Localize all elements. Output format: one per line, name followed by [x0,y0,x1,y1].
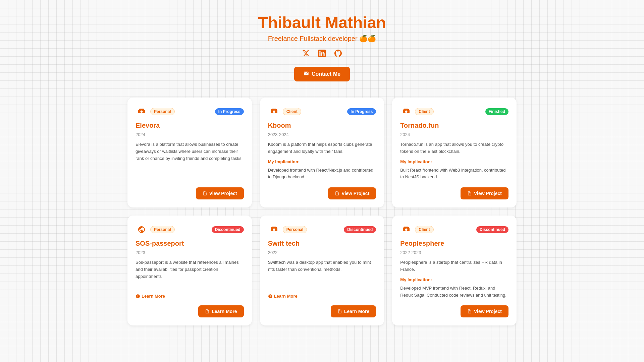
card-title: Peoplesphere [400,240,508,247]
card-action-button[interactable]: Learn More [331,305,376,317]
card-button-label: Learn More [212,309,237,314]
page-title: Thibault Mathian [127,13,517,32]
contact-button[interactable]: Contact Me [294,67,350,81]
implication-label: My Implication: [400,159,508,164]
card-button-label: Learn More [344,309,369,314]
card-title: Kboom [268,122,376,129]
card-description: Tornado.fun is an app that allows you to… [400,141,508,155]
card-footer: View Project [400,187,508,199]
card-kboom: Client In Progress Kboom 2023-2024 Kboom… [260,98,384,207]
card-description: Kboom is a platform that helps esports c… [268,141,376,155]
card-package-icon [136,224,148,236]
card-elevora: Personal In Progress Elevora 2024 Elevor… [127,98,252,207]
card-tag: Client [283,108,301,115]
implication-label: My Implication: [268,159,376,164]
card-header: Client Finished [400,106,508,118]
card-description: Elevora is a platform that allows busine… [136,141,244,181]
card-tag: Personal [283,226,307,233]
contact-button-label: Contact Me [312,71,340,77]
card-tag: Client [415,108,433,115]
card-header: Client Discontinued [400,224,508,236]
card-description: Peoplesphere is a startup that centraliz… [400,259,508,273]
card-package-icon [400,224,412,236]
card-tornado: Client Finished Tornado.fun 2024 Tornado… [392,98,517,207]
linkedin-link[interactable] [317,48,327,59]
card-year: 2024 [400,132,508,137]
implication-text: Built React frontend with Web3 integrati… [400,167,508,181]
card-header: Personal In Progress [136,106,244,118]
card-year: 2022-2023 [400,250,508,255]
card-header: Personal Discontinued [268,224,376,236]
header: Thibault Mathian Freelance Fullstack dev… [127,13,517,81]
card-status: Discontinued [476,226,508,233]
card-footer: View Project [400,305,508,317]
card-tag: Personal [150,108,175,115]
card-swift-tech: Personal Discontinued Swift tech 2022 Sw… [260,216,384,325]
card-tag: Client [415,226,433,233]
card-package-icon [400,106,412,118]
mail-icon [304,71,309,77]
card-footer: Learn More [268,305,376,317]
card-header: Client In Progress [268,106,376,118]
card-status: In Progress [347,108,376,115]
card-year: 2024 [136,132,244,137]
card-title: SOS-passeport [136,240,244,247]
card-button-label: View Project [209,191,237,196]
card-button-label: View Project [474,309,502,314]
card-action-button[interactable]: Learn More [198,305,244,317]
social-links [127,48,517,59]
card-year: 2023 [136,250,244,255]
github-link[interactable] [333,48,343,59]
card-package-icon [268,224,280,236]
card-footer: Learn More [136,305,244,317]
card-footer: View Project [268,187,376,199]
learn-more-inline-link[interactable]: Learn More [136,294,244,299]
card-button-label: View Project [474,191,502,196]
card-action-button[interactable]: View Project [328,187,376,199]
learn-more-inline-link[interactable]: Learn More [268,294,376,299]
page-wrapper: Thibault Mathian Freelance Fullstack dev… [121,0,523,339]
card-sos-passeport: Personal Discontinued SOS-passeport 2023… [127,216,252,325]
card-header: Personal Discontinued [136,224,244,236]
card-year: 2023-2024 [268,132,376,137]
card-footer: View Project [136,187,244,199]
card-description: Swifttech was a desktop app that enabled… [268,259,376,290]
twitter-link[interactable] [301,48,311,59]
card-title: Swift tech [268,240,376,247]
card-action-button[interactable]: View Project [196,187,244,199]
card-status: Discontinued [344,226,376,233]
card-status: Finished [485,108,508,115]
card-status: In Progress [215,108,244,115]
cards-grid: Personal In Progress Elevora 2024 Elevor… [127,98,517,325]
card-action-button[interactable]: View Project [461,305,508,317]
card-title: Elevora [136,122,244,129]
card-action-button[interactable]: View Project [461,187,508,199]
card-tag: Personal [150,226,175,233]
card-peoplesphere: Client Discontinued Peoplesphere 2022-20… [392,216,517,325]
card-status: Discontinued [212,226,244,233]
card-title: Tornado.fun [400,122,508,129]
card-package-icon [136,106,148,118]
implication-text: Developed frontend with React/Next.js an… [268,167,376,181]
card-button-label: View Project [341,191,369,196]
card-description: Sos-passeport is a website that referenc… [136,259,244,290]
header-subtitle: Freelance Fullstack developer 🍊🍊 [127,35,517,43]
card-package-icon [268,106,280,118]
card-year: 2022 [268,250,376,255]
implication-text: Developed MVP frontend with React, Redux… [400,285,508,299]
implication-label: My Implication: [400,277,508,282]
